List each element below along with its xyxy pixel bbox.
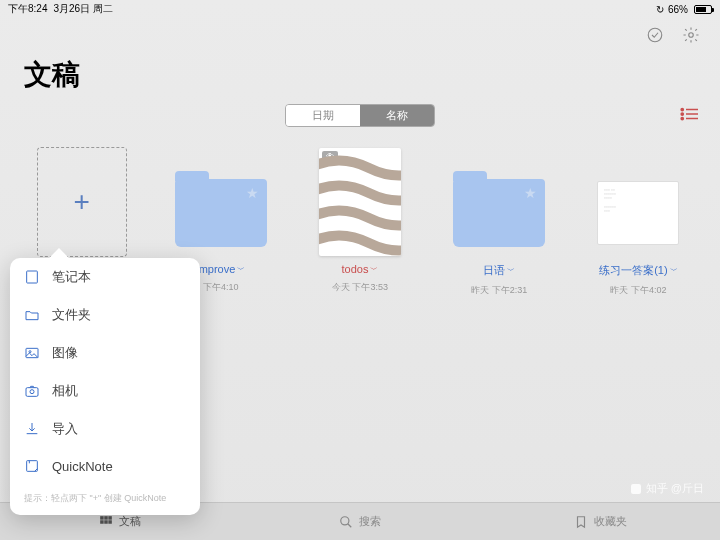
svg-point-21 [341, 516, 349, 524]
tab-label: 收藏夹 [594, 514, 627, 529]
svg-rect-14 [631, 484, 641, 494]
svg-rect-16 [104, 516, 108, 520]
svg-rect-17 [108, 516, 112, 520]
item-meta: 今天 下午3:53 [332, 281, 388, 294]
popover-label: 图像 [52, 344, 78, 362]
svg-point-0 [648, 28, 662, 42]
popover-label: 笔记本 [52, 268, 91, 286]
grid-item-answers[interactable]: ━━━ ━━━━━━━━━━━━━━━━━━━━━ 练习一答案(1)﹀ 昨天 下… [569, 147, 708, 297]
chevron-down-icon: ﹀ [370, 264, 378, 275]
header [0, 18, 720, 52]
page-title: 文稿 [0, 52, 720, 104]
battery-percent: 66% [668, 4, 688, 15]
sort-segmented: 日期 名称 [285, 104, 435, 127]
popover-quicknote[interactable]: QuickNote [10, 448, 200, 484]
check-icon[interactable] [646, 26, 664, 44]
chevron-down-icon: ﹀ [507, 265, 515, 276]
grid-item-japanese[interactable]: ★ 日语﹀ 昨天 下午2:31 [430, 147, 569, 297]
toolbar: 日期 名称 [0, 104, 720, 137]
tab-search[interactable]: 搜索 [240, 503, 480, 540]
popover-image[interactable]: 图像 [10, 334, 200, 372]
document-thumbnail: ━━━ ━━━━━━━━━━━━━━━━━━━━━ [597, 181, 679, 245]
chevron-down-icon: ﹀ [237, 264, 245, 275]
item-label: todos [342, 263, 369, 275]
svg-rect-20 [108, 520, 112, 524]
item-meta: 昨天 下午2:31 [471, 284, 527, 297]
status-date: 3月26日 周二 [53, 2, 112, 16]
svg-point-4 [681, 112, 683, 114]
note-thumbnail: 👁 [319, 148, 401, 256]
svg-line-22 [348, 523, 352, 527]
gear-icon[interactable] [682, 26, 700, 44]
popover-hint: 提示：轻点两下 "+" 创建 QuickNote [10, 484, 200, 515]
popover-label: 相机 [52, 382, 78, 400]
item-meta: 下午4:10 [203, 281, 239, 294]
popover-label: QuickNote [52, 459, 113, 474]
grid-item-todos[interactable]: 👁 todos﹀ 今天 下午3:53 [290, 147, 429, 297]
status-bar: 下午8:24 3月26日 周二 ↻ 66% [0, 0, 720, 18]
sync-icon: ↻ [656, 4, 664, 15]
popover-label: 文件夹 [52, 306, 91, 324]
svg-point-12 [30, 390, 34, 394]
svg-rect-8 [27, 271, 38, 283]
seg-name[interactable]: 名称 [360, 105, 434, 126]
plus-icon: + [37, 147, 127, 257]
svg-rect-11 [26, 388, 38, 397]
new-item-popover: 笔记本 文件夹 图像 相机 导入 QuickNote 提示：轻点两下 "+" 创… [10, 258, 200, 515]
item-meta: 昨天 下午4:02 [610, 284, 666, 297]
status-time: 下午8:24 [8, 2, 47, 16]
popover-label: 导入 [52, 420, 78, 438]
svg-rect-15 [100, 516, 104, 520]
item-label: 日语 [483, 263, 505, 278]
svg-point-6 [681, 117, 683, 119]
star-icon: ★ [246, 185, 259, 201]
folder-icon: ★ [175, 179, 267, 247]
item-label: 练习一答案(1) [599, 263, 667, 278]
popover-folder[interactable]: 文件夹 [10, 296, 200, 334]
list-view-button[interactable] [680, 107, 698, 125]
item-label: improve [196, 263, 235, 275]
popover-notebook[interactable]: 笔记本 [10, 258, 200, 296]
tab-favorites[interactable]: 收藏夹 [480, 503, 720, 540]
svg-rect-19 [104, 520, 108, 524]
svg-rect-18 [100, 520, 104, 524]
star-icon: ★ [524, 185, 537, 201]
svg-point-1 [689, 33, 694, 38]
popover-camera[interactable]: 相机 [10, 372, 200, 410]
svg-point-2 [681, 108, 683, 110]
folder-icon: ★ [453, 179, 545, 247]
tab-label: 文稿 [119, 514, 141, 529]
seg-date[interactable]: 日期 [286, 105, 360, 126]
tab-label: 搜索 [359, 514, 381, 529]
watermark: 知乎 @斤日 [630, 481, 704, 496]
popover-import[interactable]: 导入 [10, 410, 200, 448]
chevron-down-icon: ﹀ [670, 265, 678, 276]
battery-icon [694, 5, 712, 14]
